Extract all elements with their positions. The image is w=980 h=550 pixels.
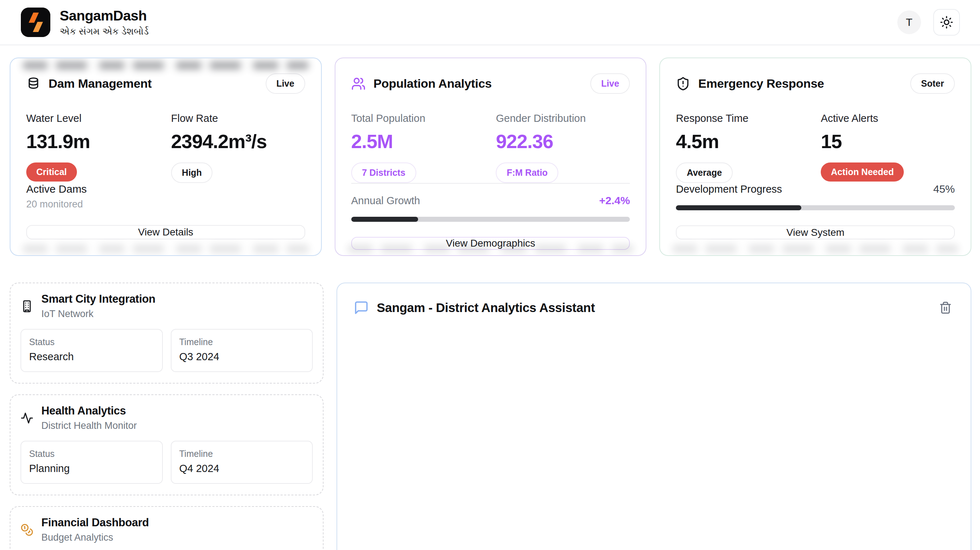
smart-city-card: Smart City Integration IoT Network Statu…: [10, 283, 323, 383]
active-dams-summary: Active Dams 20 monitored: [26, 183, 305, 210]
coins-icon: [21, 523, 33, 536]
project-title: Financial Dashboard: [41, 516, 149, 529]
status-box: Status Planning: [21, 441, 163, 484]
activity-icon: [21, 412, 33, 424]
status-box: Status Research: [21, 329, 163, 372]
card-title: Population Analytics: [374, 76, 583, 91]
project-column: Smart City Integration IoT Network Statu…: [10, 283, 323, 550]
view-system-button[interactable]: View System: [676, 226, 955, 239]
health-analytics-card: Health Analytics District Health Monitor…: [10, 394, 323, 495]
timeline-label: Timeline: [180, 337, 304, 347]
theme-toggle-button[interactable]: [933, 9, 960, 36]
growth-value: +2.4%: [599, 194, 630, 207]
metric-label: Active Alerts: [821, 113, 955, 124]
metric-response-time: Response Time 4.5m Average: [676, 113, 810, 183]
live-badge: Live: [266, 73, 305, 94]
lower-section: Smart City Integration IoT Network Statu…: [10, 283, 971, 550]
building-icon: [21, 300, 33, 313]
brand: SangamDash એક સંગમ એક ડેશબોર્ડ: [21, 8, 149, 37]
user-avatar[interactable]: T: [897, 10, 921, 34]
brand-text: SangamDash એક સંગમ એક ડેશબોર્ડ: [60, 8, 149, 37]
sun-icon: [940, 16, 953, 29]
progress-label: Development Progress: [676, 183, 782, 195]
users-icon: [351, 76, 366, 91]
growth-label: Annual Growth: [351, 195, 420, 207]
metric-label: Response Time: [676, 113, 810, 124]
header-actions: T: [897, 9, 960, 36]
metric-value: 131.9m: [26, 130, 160, 153]
clear-chat-button[interactable]: [937, 299, 954, 316]
trash-icon: [939, 301, 952, 314]
metric-active-alerts: Active Alerts 15 Action Needed: [821, 113, 955, 183]
status-label: Status: [29, 448, 154, 459]
message-square-icon: [354, 300, 369, 315]
active-dams-label: Active Dams: [26, 183, 305, 195]
view-details-button[interactable]: View Details: [26, 225, 305, 239]
metric-value: 2.5M: [351, 130, 485, 153]
ratio-badge: F:M Ratio: [496, 162, 558, 183]
card-title: Dam Management: [49, 76, 258, 91]
decorative-blur-strip: [672, 245, 958, 253]
decorative-blur-strip: [23, 245, 309, 253]
metric-total-population: Total Population 2.5M 7 Districts: [351, 113, 485, 183]
timeline-box: Timeline Q4 2024: [171, 441, 313, 484]
database-icon: [26, 76, 41, 91]
view-demographics-button[interactable]: View Demographics: [351, 237, 630, 250]
project-title: Smart City Integration: [41, 292, 155, 305]
app-logo: [21, 8, 50, 37]
status-badge-high: High: [171, 162, 213, 183]
status-badge-critical: Critical: [26, 162, 77, 181]
annual-growth-section: Annual Growth +2.4%: [351, 183, 630, 222]
development-progress-fill: [676, 205, 801, 210]
metric-label: Gender Distribution: [496, 113, 630, 124]
growth-progress-bar: [351, 217, 630, 222]
timeline-value: Q4 2024: [180, 463, 304, 475]
decorative-blur-strip: [23, 61, 309, 70]
financial-dashboard-card: Financial Dashboard Budget Analytics Sta…: [10, 506, 323, 550]
project-title: Health Analytics: [41, 404, 137, 417]
metric-gender-distribution: Gender Distribution 922.36 F:M Ratio: [496, 113, 630, 183]
live-badge: Live: [590, 73, 630, 94]
metric-value: 922.36: [496, 130, 630, 153]
status-value: Research: [29, 351, 154, 363]
metric-label: Total Population: [351, 113, 485, 124]
growth-progress-fill: [351, 217, 418, 222]
progress-value: 45%: [933, 183, 955, 195]
dam-management-card: Dam Management Live Water Level 131.9m C…: [10, 57, 322, 256]
timeline-value: Q3 2024: [180, 351, 304, 363]
project-subtitle: District Health Monitor: [41, 420, 137, 431]
status-badge-action-needed: Action Needed: [821, 162, 904, 181]
development-progress-section: Development Progress 45%: [676, 183, 955, 210]
population-analytics-card: Population Analytics Live Total Populati…: [335, 57, 647, 256]
lightning-logo-icon: [21, 8, 50, 37]
main-content: Dam Management Live Water Level 131.9m C…: [0, 45, 980, 550]
metric-label: Flow Rate: [171, 113, 305, 124]
analytics-assistant-panel: Sangam - District Analytics Assistant: [336, 283, 971, 550]
app-header: SangamDash એક સંગમ એક ડેશબોર્ડ T: [0, 0, 980, 45]
card-title: Emergency Response: [698, 76, 902, 91]
timeline-label: Timeline: [180, 448, 304, 459]
metric-flow-rate: Flow Rate 2394.2m³/s High: [171, 113, 305, 183]
app-subtitle: એક સંગમ એક ડેશબોર્ડ: [60, 26, 149, 37]
status-badge-average: Average: [676, 162, 733, 183]
active-dams-count: 20 monitored: [26, 199, 305, 210]
assistant-title: Sangam - District Analytics Assistant: [377, 300, 929, 315]
metric-label: Water Level: [26, 113, 160, 124]
districts-badge: 7 Districts: [351, 162, 416, 183]
shield-alert-icon: [676, 76, 690, 91]
timeline-box: Timeline Q3 2024: [171, 329, 313, 372]
metric-value: 4.5m: [676, 130, 810, 153]
status-value: Planning: [29, 463, 154, 475]
metric-value: 2394.2m³/s: [171, 130, 305, 153]
project-subtitle: IoT Network: [41, 308, 155, 320]
emergency-response-card: Emergency Response Soter Response Time 4…: [659, 57, 971, 256]
soter-badge: Soter: [910, 73, 955, 94]
metric-value: 15: [821, 130, 955, 153]
project-subtitle: Budget Analytics: [41, 532, 149, 543]
stats-row: Dam Management Live Water Level 131.9m C…: [10, 57, 971, 256]
status-label: Status: [29, 337, 154, 347]
development-progress-bar: [676, 205, 955, 210]
app-title: SangamDash: [60, 8, 149, 24]
metric-water-level: Water Level 131.9m Critical: [26, 113, 160, 183]
